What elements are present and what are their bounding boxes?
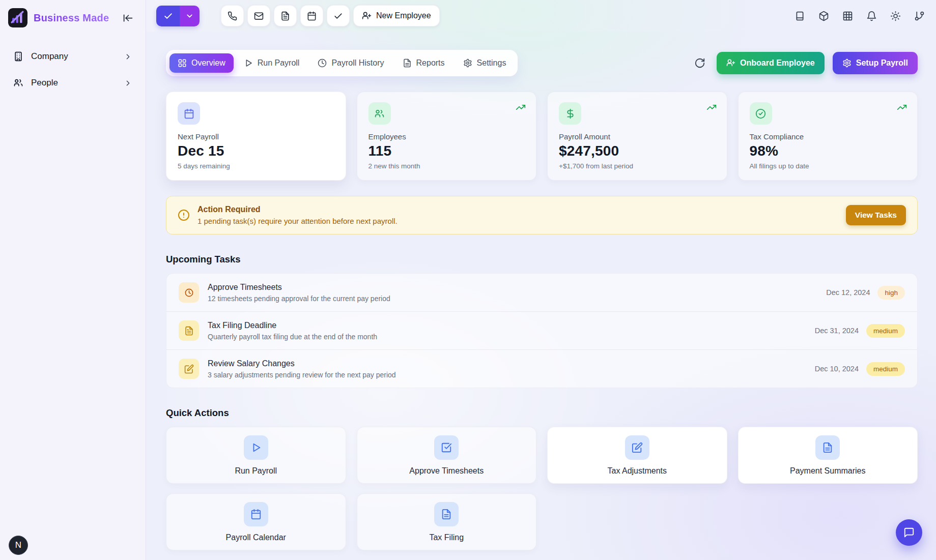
- tab-label: Run Payroll: [258, 58, 300, 68]
- banner-title: Action Required: [197, 205, 398, 214]
- dollar-icon: [559, 102, 581, 125]
- users-icon: [368, 102, 391, 125]
- sidebar-item-label: People: [31, 78, 58, 88]
- upcoming-tasks-list: Approve Timesheets 12 timesheets pending…: [166, 273, 918, 388]
- quick-action-label: Tax Adjustments: [608, 466, 667, 476]
- check-icon: [333, 11, 343, 21]
- top-toolbar: New Employee: [146, 0, 936, 32]
- topbar-actions: Onboard Employee Setup Payroll: [691, 52, 918, 74]
- setup-payroll-button[interactable]: Setup Payroll: [833, 52, 918, 74]
- sidebar-item-people[interactable]: People: [6, 71, 139, 95]
- onboard-employee-button[interactable]: Onboard Employee: [717, 52, 825, 74]
- gear-icon: [463, 58, 472, 68]
- tab-reports[interactable]: Reports: [394, 53, 453, 73]
- calendar-icon: [178, 102, 200, 125]
- task-description: Quarterly payroll tax filing due at the …: [208, 333, 377, 341]
- quick-action-label: Run Payroll: [235, 466, 277, 476]
- sun-icon: [890, 11, 901, 21]
- stat-value: Dec 15: [178, 143, 334, 159]
- calendar-button[interactable]: [300, 5, 323, 26]
- task-meta: Dec 10, 2024 medium: [815, 362, 905, 376]
- quick-action-payment-summaries[interactable]: Payment Summaries: [738, 427, 918, 484]
- tab-run-payroll[interactable]: Run Payroll: [236, 53, 308, 73]
- quick-action-label: Payroll Calendar: [226, 533, 286, 542]
- check-circle-icon: [750, 102, 772, 125]
- stat-label: Tax Compliance: [750, 132, 906, 141]
- file-text-icon: [815, 435, 840, 460]
- mail-button[interactable]: [247, 5, 270, 26]
- task-description: 3 salary adjustments pending review for …: [208, 371, 396, 379]
- tab-overview[interactable]: Overview: [169, 53, 234, 73]
- stat-value: 115: [368, 143, 525, 159]
- quick-action-payroll-calendar[interactable]: Payroll Calendar: [166, 493, 346, 550]
- refresh-icon: [694, 57, 705, 69]
- task-row-tax-filing-deadline[interactable]: Tax Filing Deadline Quarterly payroll ta…: [166, 311, 917, 349]
- chat-button[interactable]: [896, 519, 922, 546]
- user-plus-icon: [362, 11, 372, 21]
- tab-settings[interactable]: Settings: [455, 53, 515, 73]
- task-row-approve-timesheets[interactable]: Approve Timesheets 12 timesheets pending…: [166, 274, 917, 311]
- task-body: Review Salary Changes 3 salary adjustmen…: [208, 359, 396, 379]
- document-button[interactable]: [274, 5, 297, 26]
- tab-label: Overview: [191, 58, 225, 68]
- quick-action-tax-adjustments[interactable]: Tax Adjustments: [547, 427, 727, 484]
- chevron-down-icon[interactable]: [180, 6, 200, 26]
- approve-button[interactable]: [327, 5, 350, 26]
- logo-row: Business Made: [0, 0, 146, 36]
- panel-bottom-icon: [795, 11, 805, 21]
- grid-icon: [842, 11, 853, 21]
- new-employee-button[interactable]: New Employee: [353, 5, 440, 26]
- task-row-review-salary-changes[interactable]: Review Salary Changes 3 salary adjustmen…: [166, 349, 917, 388]
- stats-row: Next Payroll Dec 15 5 days remaining Emp…: [166, 92, 918, 181]
- header-right-icons: [795, 11, 925, 21]
- phone-icon: [228, 11, 237, 21]
- quick-action-tax-filing[interactable]: Tax Filing: [357, 493, 537, 550]
- git-branch-icon: [914, 11, 925, 21]
- theme-toggle-button[interactable]: [890, 11, 901, 21]
- refresh-button[interactable]: [691, 54, 708, 72]
- approve-split-button[interactable]: [156, 6, 200, 26]
- play-icon: [244, 435, 268, 460]
- tab-payroll-history[interactable]: Payroll History: [309, 53, 392, 73]
- grid-button[interactable]: [842, 11, 853, 21]
- edit-icon: [179, 359, 199, 379]
- stat-sub: 2 new this month: [368, 162, 525, 170]
- quick-action-label: Approve Timesheets: [409, 466, 484, 476]
- quick-action-label: Tax Filing: [429, 533, 464, 542]
- git-branch-button[interactable]: [914, 11, 925, 21]
- task-body: Approve Timesheets 12 timesheets pending…: [208, 283, 390, 303]
- task-date: Dec 10, 2024: [815, 365, 859, 373]
- quick-actions-grid: Run Payroll Approve Timesheets Tax Adjus…: [166, 427, 918, 550]
- task-date: Dec 12, 2024: [826, 288, 870, 297]
- quick-action-approve-timesheets[interactable]: Approve Timesheets: [357, 427, 537, 484]
- stat-label: Next Payroll: [178, 132, 334, 141]
- chevron-right-icon: [124, 52, 132, 61]
- check-icon[interactable]: [156, 6, 180, 26]
- main-area: New Employee: [146, 0, 936, 560]
- phone-button[interactable]: [221, 5, 244, 26]
- app-window: Business Made Company P: [0, 0, 936, 560]
- calendar-icon: [307, 11, 317, 21]
- users-icon: [13, 78, 23, 88]
- dev-tools-badge[interactable]: N: [9, 536, 28, 555]
- stat-value: 98%: [750, 143, 906, 159]
- stat-label: Payroll Amount: [559, 132, 716, 141]
- priority-badge: high: [877, 286, 905, 300]
- notifications-button[interactable]: [866, 11, 877, 21]
- file-text-icon: [280, 11, 290, 21]
- panel-bottom-button[interactable]: [795, 11, 805, 21]
- quick-action-run-payroll[interactable]: Run Payroll: [166, 427, 346, 484]
- calendar-icon: [244, 502, 268, 526]
- trending-up-icon: [706, 102, 717, 112]
- check-square-icon: [434, 435, 459, 460]
- package-button[interactable]: [818, 11, 829, 21]
- page-content: Overview Run Payroll Payroll History: [146, 32, 936, 560]
- tab-label: Reports: [416, 58, 445, 68]
- sidebar-item-company[interactable]: Company: [6, 45, 139, 68]
- setup-payroll-label: Setup Payroll: [856, 58, 908, 68]
- view-tasks-button[interactable]: View Tasks: [846, 205, 906, 225]
- edit-icon: [625, 435, 649, 460]
- action-required-banner: Action Required 1 pending task(s) requir…: [166, 196, 918, 234]
- file-text-icon: [434, 502, 459, 526]
- sidebar-collapse-button[interactable]: [119, 9, 136, 26]
